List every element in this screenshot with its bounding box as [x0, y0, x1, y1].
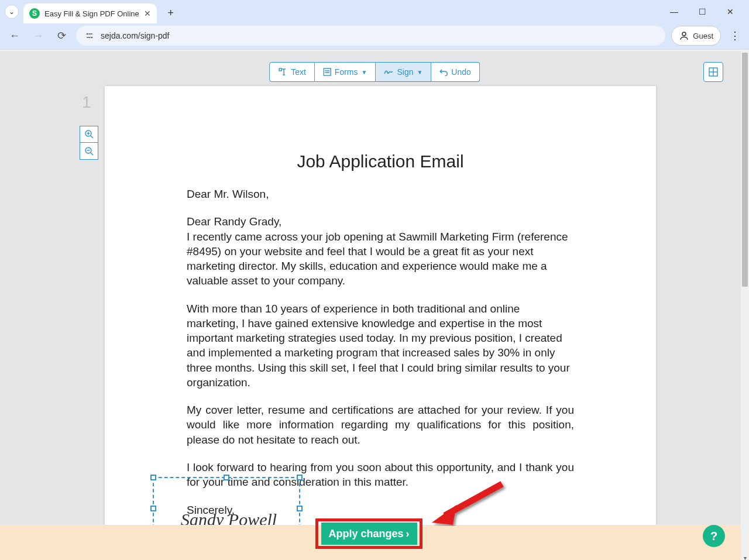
browser-menu-icon[interactable]: ⋮ [727, 28, 743, 44]
document-title: Job Application Email [187, 152, 574, 171]
text-tool-label: Text [291, 67, 306, 77]
caret-down-icon: ▼ [417, 69, 422, 75]
editor-toolbar: Text Forms ▼ Sign ▼ Undo [269, 62, 480, 82]
zoom-controls [80, 126, 98, 160]
grid-icon [709, 67, 718, 77]
forms-icon [323, 68, 331, 76]
sign-tool-button[interactable]: Sign ▼ [376, 62, 431, 82]
page-number-label: 1 [82, 93, 91, 112]
resize-handle[interactable] [150, 475, 156, 480]
paragraph-2: With more than 10 years of experience in… [187, 301, 574, 390]
new-tab-button[interactable]: + [163, 5, 179, 21]
svg-point-0 [87, 33, 88, 35]
thumbnails-button[interactable] [703, 62, 723, 82]
paragraph-1: I recently came across your job opening … [187, 229, 574, 288]
scroll-down-icon[interactable]: ▾ [741, 554, 749, 560]
forward-button[interactable]: → [29, 27, 47, 44]
scroll-thumb[interactable] [742, 53, 748, 287]
back-button[interactable]: ← [6, 27, 23, 44]
svg-rect-5 [279, 68, 281, 71]
zoom-in-icon [85, 130, 94, 139]
svg-point-4 [682, 32, 686, 36]
vertical-scrollbar[interactable]: ▴ ▾ [741, 51, 749, 560]
svg-marker-23 [432, 505, 456, 525]
greeting-2: Dear Randy Grady, [187, 214, 574, 229]
apply-changes-label: Apply changes [328, 528, 403, 540]
reload-button[interactable]: ⟳ [53, 27, 70, 44]
text-icon [278, 67, 287, 77]
chevron-right-icon: › [406, 528, 410, 540]
annotation-arrow [427, 479, 509, 526]
paragraph-3: My cover letter, resume and certificatio… [187, 403, 574, 447]
person-icon [679, 30, 689, 41]
svg-line-16 [91, 136, 93, 138]
apply-changes-button[interactable]: Apply changes › [321, 523, 417, 545]
signature-icon [384, 68, 393, 75]
svg-rect-9 [324, 68, 331, 75]
resize-handle[interactable] [224, 475, 229, 480]
tab-search-dropdown[interactable]: ⌄ [5, 5, 19, 19]
undo-label: Undo [451, 67, 470, 77]
zoom-out-button[interactable] [80, 143, 98, 159]
forms-tool-label: Forms [335, 67, 358, 77]
address-bar[interactable]: sejda.com/sign-pdf [76, 26, 665, 46]
help-button[interactable]: ? [703, 525, 725, 547]
site-settings-icon[interactable] [84, 30, 95, 41]
zoom-out-icon [85, 147, 94, 156]
sign-tool-label: Sign [397, 67, 413, 77]
resize-handle[interactable] [150, 506, 156, 511]
close-tab-icon[interactable]: ✕ [144, 9, 151, 18]
tab-title: Easy Fill & Sign PDF Online [44, 9, 139, 18]
zoom-in-button[interactable] [80, 126, 98, 143]
browser-tab[interactable]: S Easy Fill & Sign PDF Online ✕ [23, 4, 157, 23]
text-tool-button[interactable]: Text [269, 62, 315, 82]
svg-line-20 [91, 153, 93, 155]
annotation-highlight-box: Apply changes › [315, 518, 422, 549]
svg-rect-1 [88, 33, 92, 34]
caret-down-icon: ▼ [362, 69, 367, 75]
greeting-1: Dear Mr. Wilson, [187, 187, 574, 201]
url-text: sejda.com/sign-pdf [101, 31, 170, 40]
forms-tool-button[interactable]: Forms ▼ [315, 62, 376, 82]
minimize-icon[interactable]: ― [662, 2, 686, 21]
resize-handle[interactable] [297, 506, 303, 511]
profile-chip[interactable]: Guest [671, 26, 721, 46]
undo-icon [439, 68, 448, 76]
sejda-favicon: S [29, 8, 40, 19]
maximize-icon[interactable]: ☐ [690, 2, 714, 21]
guest-label: Guest [693, 32, 713, 40]
resize-handle[interactable] [297, 475, 303, 480]
undo-button[interactable]: Undo [431, 62, 479, 82]
svg-rect-3 [87, 37, 91, 37]
close-window-icon[interactable]: ✕ [719, 2, 742, 21]
help-icon: ? [710, 530, 717, 543]
svg-point-2 [91, 37, 93, 39]
